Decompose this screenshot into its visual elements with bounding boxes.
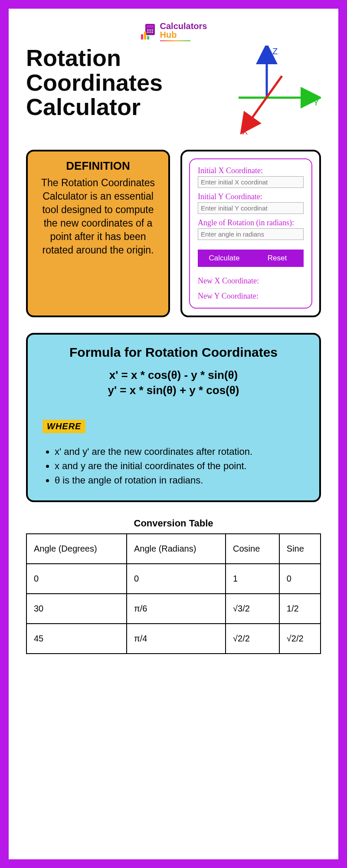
table-row: 30 π/6 √3/2 1/2: [26, 594, 321, 624]
table-title: Conversion Table: [26, 518, 321, 529]
label-angle: Angle of Rotation (in radians):: [198, 218, 304, 227]
input-initial-y[interactable]: [198, 202, 304, 214]
svg-point-4: [151, 29, 153, 30]
axis-y-label: Y: [313, 98, 319, 107]
logo: Calculators Hub: [26, 22, 321, 41]
logo-text-1: Calculators: [160, 22, 207, 30]
calculate-button[interactable]: Calculate: [198, 250, 251, 267]
formula-box: Formula for Rotation Coordinates x' = x …: [26, 333, 321, 502]
svg-rect-10: [147, 36, 149, 39]
logo-text-2: Hub: [160, 30, 207, 39]
definition-box: DEFINITION The Rotation Coordinates Calc…: [26, 150, 170, 317]
bullet-2: x and y are the initial coordinates of t…: [55, 459, 304, 473]
svg-rect-1: [147, 25, 154, 28]
definition-body: The Rotation Coordinates Calculator is a…: [36, 176, 160, 257]
formula-heading: Formula for Rotation Coordinates: [43, 345, 304, 360]
svg-point-6: [149, 31, 151, 33]
th-radians: Angle (Radians): [127, 534, 226, 564]
reset-button[interactable]: Reset: [251, 250, 304, 267]
formula-eq-2: y' = x * sin(θ) + y * cos(θ): [43, 383, 304, 398]
input-initial-x[interactable]: [198, 176, 304, 188]
axis-z-label: Z: [272, 46, 278, 56]
svg-point-3: [149, 29, 151, 30]
th-cosine: Cosine: [226, 534, 279, 564]
table-header-row: Angle (Degrees) Angle (Radians) Cosine S…: [26, 534, 321, 564]
bullet-3: θ is the angle of rotation in radians.: [55, 473, 304, 487]
calculator-panel: Initial X Coordinate: Initial Y Coordina…: [180, 150, 321, 317]
input-angle[interactable]: [198, 228, 304, 240]
conversion-table: Angle (Degrees) Angle (Radians) Cosine S…: [26, 533, 321, 654]
svg-point-5: [147, 31, 148, 33]
formula-eq-1: x' = x * cos(θ) - y * sin(θ): [43, 368, 304, 383]
label-initial-y: Initial Y Coordinate:: [198, 192, 304, 201]
bullet-1: x' and y' are the new coordinates after …: [55, 444, 304, 459]
label-new-x: New X Coordinate:: [198, 276, 304, 286]
svg-point-2: [147, 29, 148, 30]
axis-diagram-icon: Z Y X: [217, 46, 321, 137]
table-row: 0 0 1 0: [26, 564, 321, 594]
definition-heading: DEFINITION: [36, 159, 160, 173]
svg-rect-9: [144, 32, 146, 39]
th-sine: Sine: [279, 534, 321, 564]
label-new-y: New Y Coordinate:: [198, 292, 304, 301]
label-initial-x: Initial X Coordinate:: [198, 166, 304, 175]
th-degrees: Angle (Degrees): [26, 534, 127, 564]
table-row: 45 π/4 √2/2 √2/2: [26, 624, 321, 654]
page-title: Rotation Coordinates Calculator: [26, 46, 208, 119]
svg-line-13: [246, 76, 282, 126]
svg-point-7: [151, 31, 153, 33]
logo-icon: [140, 23, 157, 40]
axis-x-label: X: [242, 127, 248, 136]
where-label: WHERE: [43, 420, 85, 433]
svg-rect-8: [141, 34, 143, 39]
formula-bullets: x' and y' are the new coordinates after …: [43, 444, 304, 487]
logo-underline: [160, 40, 190, 41]
